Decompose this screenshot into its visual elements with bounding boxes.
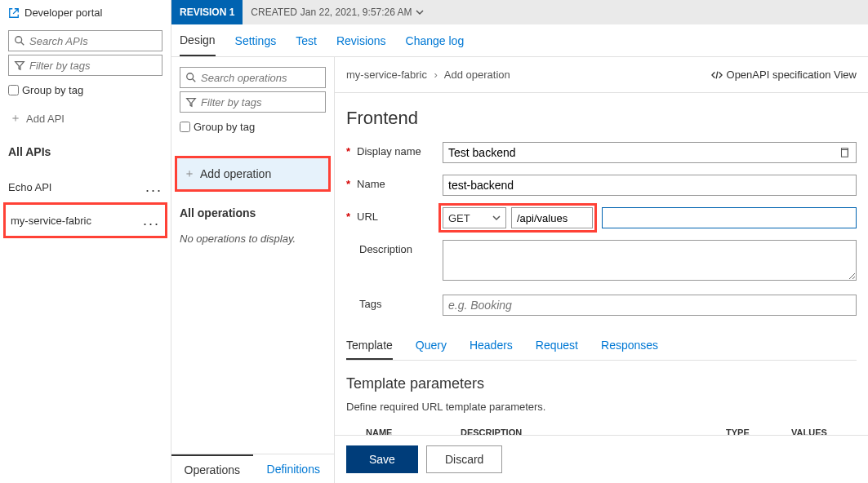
svg-point-1 <box>187 73 194 80</box>
template-params-heading: Template parameters <box>346 375 857 392</box>
method-value: GET <box>448 212 470 224</box>
openapi-spec-label: OpenAPI specification View <box>727 69 857 81</box>
plus-icon: ＋ <box>184 166 195 181</box>
display-name-input[interactable] <box>443 142 857 163</box>
frontend-heading: Frontend <box>346 108 857 129</box>
col-description: DESCRIPTION <box>461 428 726 435</box>
breadcrumb-current: Add operation <box>444 69 510 81</box>
search-operations-box[interactable] <box>180 67 326 88</box>
breadcrumb: my-service-fabric › Add operation <box>346 69 510 81</box>
url-rest-input[interactable] <box>602 207 857 228</box>
stab-template[interactable]: Template <box>346 332 393 360</box>
btab-definitions[interactable]: Definitions <box>253 454 335 483</box>
name-label: Name <box>357 178 385 190</box>
sub-tabs: Template Query Headers Request Responses <box>346 332 857 361</box>
more-icon[interactable]: ... <box>143 213 160 228</box>
search-apis-input[interactable] <box>29 35 157 47</box>
add-api-label: Add API <box>26 113 65 125</box>
description-label: Description <box>359 243 412 255</box>
param-table-header: NAME DESCRIPTION TYPE VALUES <box>346 428 857 435</box>
url-label: URL <box>357 210 378 223</box>
add-operation-label: Add operation <box>200 167 271 180</box>
form-area: Frontend * Display name * <box>335 93 868 435</box>
add-api-button[interactable]: ＋ Add API <box>8 111 162 126</box>
svg-point-0 <box>16 37 22 43</box>
svg-rect-2 <box>842 150 848 157</box>
url-path-input[interactable] <box>511 207 593 228</box>
developer-portal-link[interactable]: Developer portal <box>8 7 162 19</box>
url-highlight-box: GET <box>438 203 597 233</box>
template-section: Template parameters Define required URL … <box>346 375 857 435</box>
chevron-down-icon <box>416 8 424 16</box>
tab-changelog[interactable]: Change log <box>406 24 465 56</box>
filter-tags-box[interactable] <box>8 55 162 76</box>
api-item-echo[interactable]: Echo API ... <box>3 171 167 202</box>
stab-query[interactable]: Query <box>416 332 447 360</box>
left-sidebar: Developer portal Group by tag ＋ Add API … <box>0 0 171 483</box>
tags-label: Tags <box>359 298 381 310</box>
api-item-label: Echo API <box>8 181 51 193</box>
add-operation-button[interactable]: ＋ Add operation <box>175 156 331 192</box>
stab-request[interactable]: Request <box>536 332 578 360</box>
revision-badge: REVISION 1 <box>171 0 243 24</box>
api-item-my-service-fabric[interactable]: my-service-fabric ... <box>3 202 167 238</box>
plus-icon: ＋ <box>10 111 21 126</box>
col-name: NAME <box>346 428 461 435</box>
stab-responses[interactable]: Responses <box>601 332 658 360</box>
openapi-spec-link[interactable]: OpenAPI specification View <box>711 69 857 81</box>
group-ops-by-tag-label: Group by tag <box>194 121 255 133</box>
revision-created-label: CREATED <box>251 7 296 18</box>
operations-sidebar: Group by tag ＋ Add operation All operati… <box>171 57 335 483</box>
developer-portal-label: Developer portal <box>24 7 102 19</box>
method-select[interactable]: GET <box>443 207 506 228</box>
all-apis-heading: All APIs <box>8 145 162 158</box>
main-panel: my-service-fabric › Add operation OpenAP… <box>335 57 868 483</box>
filter-tags-input[interactable] <box>29 60 157 72</box>
discard-button[interactable]: Discard <box>426 445 502 473</box>
api-item-label: my-service-fabric <box>11 215 91 227</box>
required-asterisk: * <box>346 145 350 157</box>
col-type: TYPE <box>726 428 791 435</box>
group-by-tag-input[interactable] <box>8 85 19 95</box>
revision-bar: REVISION 1 CREATED Jan 22, 2021, 9:57:26… <box>171 0 868 24</box>
tags-input[interactable] <box>443 295 857 316</box>
description-textarea[interactable] <box>443 240 857 281</box>
external-link-icon <box>8 7 20 19</box>
code-icon <box>711 69 723 81</box>
tab-settings[interactable]: Settings <box>235 24 277 56</box>
group-by-tag-checkbox[interactable]: Group by tag <box>8 84 162 96</box>
copy-icon[interactable] <box>839 147 850 158</box>
tab-revisions[interactable]: Revisions <box>336 24 386 56</box>
group-by-tag-label: Group by tag <box>22 84 83 96</box>
filter-ops-tags-box[interactable] <box>180 91 326 113</box>
save-button[interactable]: Save <box>346 445 418 473</box>
main-tabs: Design Settings Test Revisions Change lo… <box>171 24 868 57</box>
search-operations-input[interactable] <box>201 72 320 84</box>
display-name-label: Display name <box>357 145 421 157</box>
more-icon[interactable]: ... <box>145 179 162 194</box>
btab-operations[interactable]: Operations <box>171 454 253 483</box>
filter-icon <box>185 96 197 108</box>
breadcrumb-bar: my-service-fabric › Add operation OpenAP… <box>335 57 868 93</box>
search-apis-box[interactable] <box>8 30 162 51</box>
search-icon <box>185 72 197 83</box>
action-bar: Save Discard <box>335 435 868 483</box>
operations-bottom-tabs: Operations Definitions <box>171 454 334 483</box>
breadcrumb-sep: › <box>434 69 438 81</box>
template-params-desc: Define required URL template parameters. <box>346 401 857 413</box>
filter-icon <box>14 60 25 71</box>
group-ops-by-tag-input[interactable] <box>180 122 190 132</box>
name-input[interactable] <box>443 175 857 196</box>
filter-ops-tags-input[interactable] <box>201 96 320 109</box>
tab-test[interactable]: Test <box>296 24 317 56</box>
required-asterisk: * <box>346 210 350 223</box>
required-asterisk: * <box>346 178 350 190</box>
no-operations-text: No operations to display. <box>180 233 326 245</box>
group-ops-by-tag-checkbox[interactable]: Group by tag <box>180 121 326 133</box>
tab-design[interactable]: Design <box>180 24 216 56</box>
col-values: VALUES <box>791 428 857 435</box>
stab-headers[interactable]: Headers <box>470 332 513 360</box>
breadcrumb-parent[interactable]: my-service-fabric <box>346 69 427 81</box>
chevron-down-icon <box>492 214 501 222</box>
revision-created[interactable]: CREATED Jan 22, 2021, 9:57:26 AM <box>243 7 431 18</box>
